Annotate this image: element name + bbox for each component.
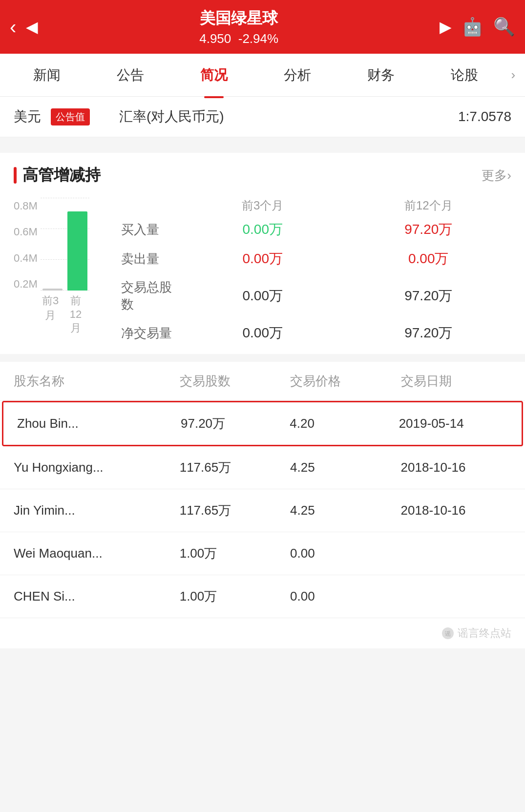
td-shares-4: 1.00万 [180,588,290,605]
stats-val-buy-12m: 97.20万 [346,220,512,239]
watermark: 谣 谣言终点站 [441,626,511,641]
x-axis: 前3月 前12月 [14,293,111,335]
insider-section-title: 高管增减持 [14,165,101,186]
table-row-3: Wei Maoquan... 1.00万 0.00 [0,532,525,575]
td-name-2: Jin Yimin... [14,503,180,518]
app-header: ‹ ◀ 美国绿星球 4.950 -2.94% ▶ 🤖 🔍 [0,0,525,54]
tab-analysis[interactable]: 分析 [255,52,339,98]
y-label-02: 0.2M [14,278,38,291]
bar-3m [42,289,63,291]
back-button[interactable]: ‹ [10,16,16,38]
watermark-icon: 谣 [441,626,455,640]
stats-header-12m: 前12个月 [346,198,512,213]
tab-more-icon[interactable]: › [506,67,520,83]
stats-table: 前3个月 前12个月 买入量 0.00万 97.20万 卖出量 0.00万 0.… [121,198,511,342]
insider-section-header: 高管增减持 更多› [14,165,511,186]
stats-row-net: 净交易量 0.00万 97.20万 [121,324,511,342]
td-price-0: 4.20 [290,416,399,431]
shareholders-table: 股东名称 交易股数 交易价格 交易日期 Zhou Bin... 97.20万 4… [0,362,525,618]
stats-val-sell-12m: 0.00万 [346,250,512,268]
tab-overview[interactable]: 简况 [172,52,255,98]
table-row-1: Yu Hongxiang... 117.65万 4.25 2018-10-16 [0,446,525,489]
watermark-text: 谣言终点站 [458,626,511,641]
y-axis: 0.8M 0.6M 0.4M 0.2M [14,198,38,291]
td-name-4: CHEN Si... [14,589,180,604]
table-row-4: CHEN Si... 1.00万 0.00 [0,575,525,618]
stock-change: -2.94% [238,31,278,46]
th-shares: 交易股数 [180,373,290,390]
td-date-1: 2018-10-16 [401,460,511,475]
exchange-rate-label: 汇率(对人民币元) [119,107,224,126]
x-label-12m: 前12月 [65,293,86,335]
divider-2 [0,354,525,362]
th-name: 股东名称 [14,373,180,390]
bars-container [41,198,89,291]
insider-section: 高管增减持 更多› 0.8M 0.6M 0.4M 0.2M [0,153,525,354]
stats-val-sell-3m: 0.00万 [180,250,346,268]
td-date-0: 2019-05-14 [399,416,508,431]
th-price: 交易价格 [290,373,400,390]
divider-1 [0,137,525,145]
td-shares-0: 97.20万 [181,415,290,432]
x-label-3m: 前3月 [40,293,61,335]
th-date: 交易日期 [401,373,511,390]
table-header-row: 股东名称 交易股数 交易价格 交易日期 [0,362,525,401]
table-row-0: Zhou Bin... 97.20万 4.20 2019-05-14 [2,401,523,446]
y-label-08: 0.8M [14,200,38,212]
td-name-1: Yu Hongxiang... [14,460,180,475]
svg-text:谣: 谣 [445,630,451,637]
stats-val-net-12m: 97.20万 [346,324,512,342]
td-shares-1: 117.65万 [180,459,290,476]
stats-header-3m: 前3个月 [180,198,346,213]
stats-col-headers: 前3个月 前12个月 [121,198,511,213]
exchange-rate-value: 1:7.0578 [458,109,511,125]
prev-button[interactable]: ◀ [26,18,38,36]
tab-news[interactable]: 新闻 [5,52,88,98]
td-name-3: Wei Maoquan... [14,546,180,561]
stats-label-net: 净交易量 [121,325,180,342]
stock-title: 美国绿星球 [38,8,440,29]
robot-icon[interactable]: 🤖 [462,17,483,37]
tab-finance[interactable]: 财务 [339,52,422,98]
td-name-0: Zhou Bin... [17,416,181,431]
stats-label-sell: 卖出量 [121,250,180,268]
stats-row-buy: 买入量 0.00万 97.20万 [121,220,511,239]
tab-announcement[interactable]: 公告 [88,52,172,98]
y-label-04: 0.4M [14,252,38,265]
stats-label-total: 交易总股数 [121,279,180,313]
currency-label: 美元 [14,107,41,126]
bar-chart-container: 0.8M 0.6M 0.4M 0.2M [14,198,111,335]
search-icon[interactable]: 🔍 [493,17,515,37]
bars-row [41,211,89,291]
stock-price-change: 4.950 -2.94% [38,31,440,46]
td-price-4: 0.00 [290,589,400,604]
stats-val-total-3m: 0.00万 [180,287,346,305]
watermark-area: 谣 谣言终点站 [0,618,525,648]
stats-val-net-3m: 0.00万 [180,324,346,342]
insider-chart-stats: 0.8M 0.6M 0.4M 0.2M [14,198,511,342]
stats-row-sell: 卖出量 0.00万 0.00万 [121,250,511,268]
stats-val-total-12m: 97.20万 [346,287,512,305]
bar-12m [67,211,87,291]
currency-row: 美元 公告值 汇率(对人民币元) 1:7.0578 [0,97,525,137]
grid-line-1 [41,198,89,198]
stats-label-buy: 买入量 [121,221,180,238]
chart-with-yaxis: 0.8M 0.6M 0.4M 0.2M [14,198,111,291]
stock-price: 4.950 [199,31,231,46]
td-price-1: 4.25 [290,460,400,475]
stats-val-buy-3m: 0.00万 [180,220,346,239]
td-price-3: 0.00 [290,546,400,561]
insider-more-link[interactable]: 更多› [482,167,511,184]
header-center: 美国绿星球 4.950 -2.94% [38,8,440,46]
table-row-2: Jin Yimin... 117.65万 4.25 2018-10-16 [0,489,525,532]
header-left-controls: ‹ ◀ [10,16,38,38]
tab-bar: 新闻 公告 简况 分析 财务 论股 › [0,54,525,97]
td-price-2: 4.25 [290,503,400,518]
stats-row-total: 交易总股数 0.00万 97.20万 [121,279,511,313]
header-right-controls: ▶ 🤖 🔍 [440,17,515,37]
tab-discuss[interactable]: 论股 [422,52,506,98]
td-date-2: 2018-10-16 [401,503,511,518]
td-shares-3: 1.00万 [180,545,290,562]
next-button[interactable]: ▶ [440,18,452,36]
announce-badge: 公告值 [51,108,90,125]
